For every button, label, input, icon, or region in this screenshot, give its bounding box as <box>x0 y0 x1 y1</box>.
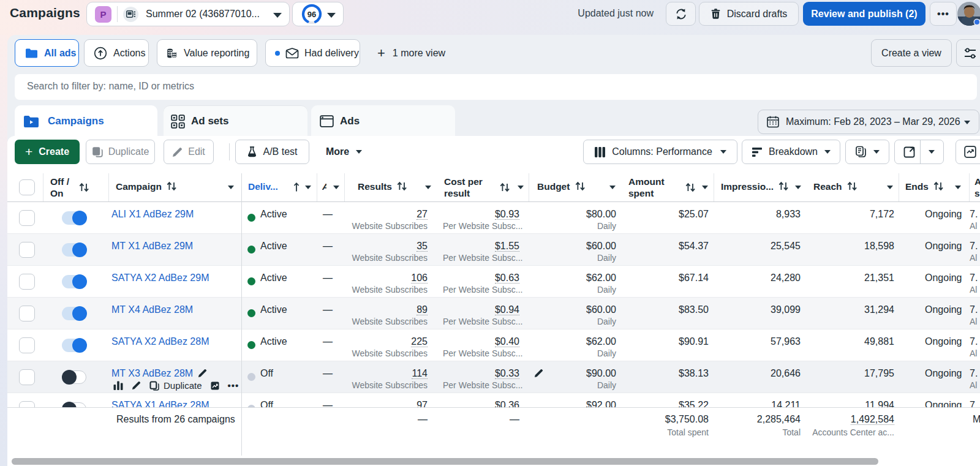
svg-text:96: 96 <box>307 10 316 19</box>
